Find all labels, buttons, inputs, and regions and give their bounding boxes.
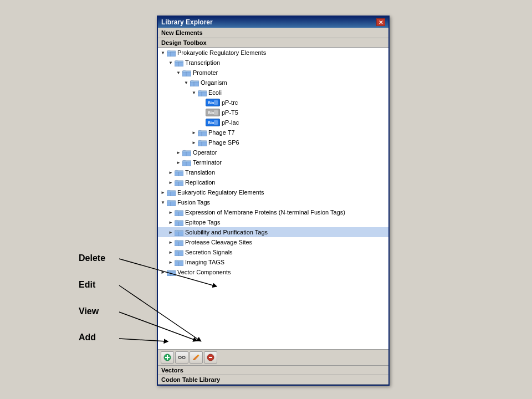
folder-icon [167,49,176,57]
folder-icon [175,229,183,236]
tree-item-label: Terminator [193,159,222,166]
expand-closed-icon[interactable] [168,259,173,265]
folder-icon [175,249,183,256]
tree-item-protease[interactable]: Protease Cleavage Sites [158,237,388,247]
folder-icon [175,239,183,246]
view-annotation: View [79,306,99,316]
delete-button[interactable] [204,351,217,364]
tree-item-transcription[interactable]: Transcription [158,58,388,68]
add-annotation: Add [79,332,96,342]
library-explorer-window: Library Explorer ✕ New Elements Design T… [157,16,390,386]
edit-button[interactable] [190,351,203,364]
expand-open-icon[interactable] [176,70,181,75]
expand-open-icon[interactable] [168,60,173,65]
tree-item-pplac[interactable]: BiopP-lac [158,117,388,127]
vectors-section: Vectors [158,366,388,375]
expand-closed-icon[interactable] [168,170,173,175]
folder-icon [198,89,207,96]
tree-item-label: Expression of Membrane Proteins (N-termi… [185,209,345,216]
tree-item-label: Vector Components [177,269,231,275]
tree-item-phage-t7[interactable]: Phage T7 [158,127,388,137]
tree-item-label: Replication [185,179,215,186]
tree-item-label: Protease Cleavage Sites [185,239,252,245]
tree-item-label: Imaging TAGS [185,259,224,265]
expand-closed-icon[interactable] [168,249,173,255]
expand-closed-icon[interactable] [191,130,197,135]
tree-item-label: Secretion Signals [185,249,233,255]
expand-closed-icon[interactable] [168,239,173,245]
expand-open-icon[interactable] [160,200,166,205]
expand-closed-icon[interactable] [191,140,197,145]
folder-icon [175,209,183,216]
delete-annotation: Delete [79,253,105,263]
tree-item-operator[interactable]: Operator [158,147,388,157]
tree-item-ppt5[interactable]: BiopP-T5 [158,108,388,117]
tree-item-label: pP-lac [222,119,239,126]
svg-text:Bio: Bio [208,121,214,125]
tree-item-label: pP-trc [222,99,238,106]
folder-icon [175,169,183,176]
tree-item-prokaryotic[interactable]: Prokaryotic Regulatory Elements [158,48,388,58]
folder-icon [175,259,183,266]
tree-item-pptrc[interactable]: BiopP-trc [158,98,388,108]
expand-open-icon[interactable] [183,80,189,85]
element-active-icon: Bio [206,119,220,126]
new-elements-label: New Elements [161,29,203,36]
tree-item-ecoli[interactable]: Ecoli [158,88,388,98]
edit-annotation: Edit [79,280,95,290]
tree-item-translation[interactable]: Translation [158,167,388,177]
svg-rect-12 [214,100,218,105]
folder-icon [182,149,191,156]
expand-closed-icon[interactable] [160,190,166,195]
tree-item-label: Organism [201,79,227,86]
tree-item-label: pP-T5 [222,109,238,116]
close-button[interactable]: ✕ [376,18,385,26]
expand-open-icon[interactable] [191,90,197,95]
svg-rect-53 [182,356,185,359]
folder-icon [198,129,207,136]
tree-item-label: Epitope Tags [185,219,220,226]
bottom-toolbar [158,350,388,366]
tree-item-phage-sp6[interactable]: Phage SP6 [158,137,388,147]
expand-closed-icon[interactable] [160,269,166,275]
tree-item-label: Phage SP6 [208,139,239,146]
tree-item-label: Ecoli [208,89,222,96]
expand-closed-icon[interactable] [176,160,181,165]
element-inactive-icon: Bio [206,109,220,116]
tree-item-label: Eukaryotic Regulatory Elements [177,189,264,196]
element-active-icon: Bio [206,99,220,106]
tree-item-replication[interactable]: Replication [158,177,388,187]
tree-area[interactable]: Prokaryotic Regulatory Elements Transcri… [158,48,388,350]
expand-closed-icon[interactable] [176,150,181,155]
expand-closed-icon[interactable] [168,229,173,235]
tree-item-epitope-tags[interactable]: Epitope Tags [158,217,388,227]
add-button[interactable] [161,351,174,364]
tree-item-fusion-tags[interactable]: Fusion Tags [158,197,388,207]
svg-text:Bio: Bio [208,101,214,105]
expand-closed-icon[interactable] [168,219,173,225]
tree-item-label: Translation [185,169,215,176]
expand-open-icon[interactable] [160,50,166,55]
expand-closed-icon[interactable] [168,209,173,215]
tree-item-imaging[interactable]: Imaging TAGS [158,257,388,267]
tree-item-label: Fusion Tags [177,199,210,206]
folder-icon [182,159,191,166]
tree-item-label: Transcription [185,59,220,66]
tree-item-label: Prokaryotic Regulatory Elements [177,49,266,56]
folder-icon [175,179,183,186]
tree-item-vector-components[interactable]: Vector Components [158,267,388,277]
tree-item-eukaryotic[interactable]: Eukaryotic Regulatory Elements [158,187,388,197]
expand-closed-icon[interactable] [168,180,173,185]
tree-item-label: Operator [193,149,217,156]
folder-icon [190,79,199,86]
tree-item-organism[interactable]: Organism [158,78,388,88]
tree-item-promoter[interactable]: Promoter [158,68,388,78]
tree-item-secretion[interactable]: Secretion Signals [158,247,388,257]
tree-item-solubility[interactable]: Solubility and Purification Tags [158,227,388,237]
folder-icon [198,139,207,146]
link-button[interactable] [175,351,188,364]
folder-icon [167,199,176,206]
tree-item-expression-membrane[interactable]: Expression of Membrane Proteins (N-termi… [158,207,388,217]
new-elements-toolbar: New Elements [158,28,388,38]
tree-item-terminator[interactable]: Terminator [158,157,388,167]
